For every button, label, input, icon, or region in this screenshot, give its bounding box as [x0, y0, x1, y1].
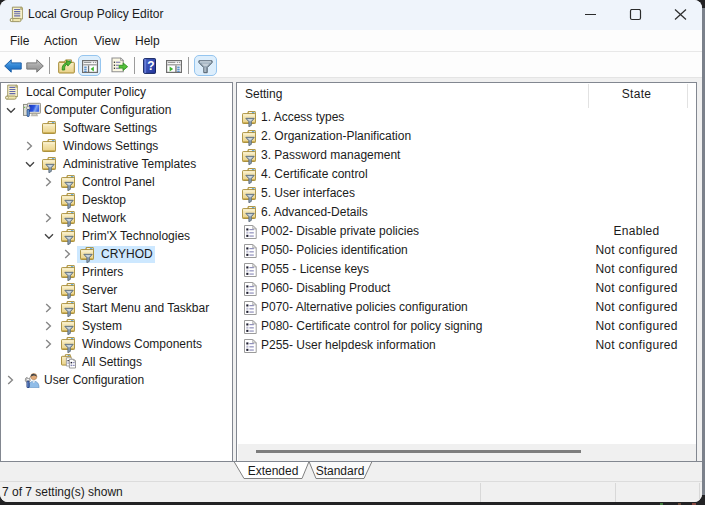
svg-text:Standard: Standard — [316, 464, 365, 478]
svg-text:Extended: Extended — [248, 464, 299, 478]
